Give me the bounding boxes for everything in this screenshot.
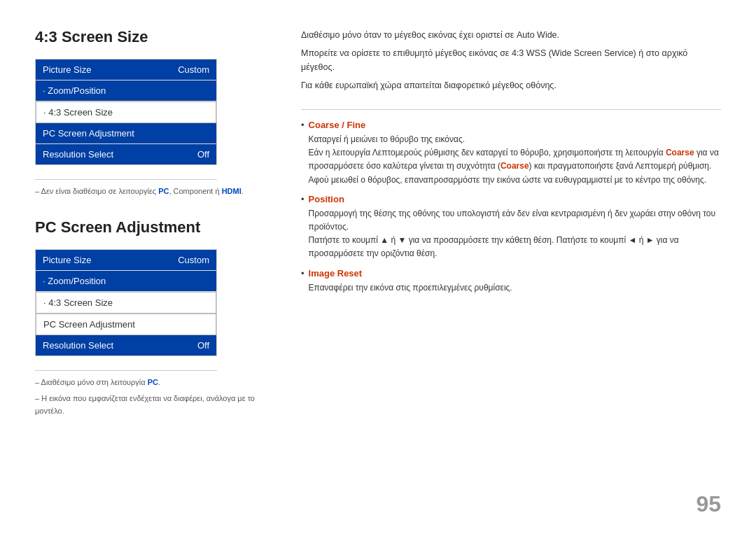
menu-item-picture-size-2[interactable]: Picture Size Custom [36, 250, 216, 271]
bullet-content-image-reset: Image Reset Επαναφέρει την εικόνα στις π… [309, 268, 721, 295]
divider-2 [35, 370, 217, 371]
menu-label: · Zoom/Position [43, 85, 106, 96]
inline-coarse-2: Coarse [500, 161, 529, 171]
menu-item-zoom-position-2[interactable]: · Zoom/Position [36, 271, 216, 292]
right-section-43: Διαθέσιμο μόνο όταν το μέγεθος εικόνας έ… [301, 28, 721, 92]
menu-label: Resolution Select [43, 149, 113, 160]
right-section-pc: • Coarse / Fine Καταργεί ή μειώνει το θό… [301, 120, 721, 295]
bullet-body-coarse-1: Καταργεί ή μειώνει το θόρυβο της εικόνας… [309, 133, 721, 146]
bullet-title-coarse: Coarse / Fine [309, 120, 721, 130]
note-2b: – Η εικόνα που εμφανίζεται ενδέχεται να … [35, 393, 273, 417]
menu-item-pc-adjustment-1[interactable]: PC Screen Adjustment [36, 123, 216, 144]
section-43-screen-size: 4:3 Screen Size Picture Size Custom · Zo… [35, 28, 273, 197]
divider-1 [35, 179, 217, 180]
divider-right-1 [301, 109, 721, 110]
menu-value: Custom [178, 64, 209, 75]
menu-box-1: Picture Size Custom · Zoom/Position · 4:… [35, 59, 217, 165]
note-1: – Δεν είναι διαθέσιμο σε λειτουργίες PC,… [35, 185, 273, 197]
bullet-body-coarse-2: Εάν η λειτουργία Λεπτομερούς ρύθμισης δε… [309, 146, 721, 187]
menu-label: · Zoom/Position [43, 276, 106, 286]
menu-item-resolution-select-2[interactable]: Resolution Select Off [36, 335, 216, 356]
right-column: Διαθέσιμο μόνο όταν το μέγεθος εικόνας έ… [301, 28, 721, 513]
menu-label: PC Screen Adjustment [43, 128, 134, 139]
bullet-body-position-1: Προσαρμογή της θέσης της οθόνης του υπολ… [309, 207, 721, 234]
right-text-line3: Για κάθε ευρωπαϊκή χώρα απαιτείται διαφο… [301, 78, 721, 92]
bullet-title-image-reset: Image Reset [309, 268, 721, 279]
menu-label: PC Screen Adjustment [43, 319, 135, 330]
bullet-dot-1: • [301, 120, 304, 187]
bullet-title-position: Position [309, 194, 721, 204]
menu-label: · 4:3 Screen Size [43, 107, 113, 118]
menu-label: Picture Size [43, 64, 91, 75]
section-pc-screen-adjustment: PC Screen Adjustment Picture Size Custom… [35, 218, 273, 418]
menu-item-43-screen-size-2[interactable]: · 4:3 Screen Size [36, 292, 216, 314]
menu-value: Custom [178, 255, 209, 265]
bullet-position: • Position Προσαρμογή της θέσης της οθόν… [301, 194, 721, 261]
bullet-content-coarse: Coarse / Fine Καταργεί ή μειώνει το θόρυ… [309, 120, 721, 187]
bullet-coarse-fine: • Coarse / Fine Καταργεί ή μειώνει το θό… [301, 120, 721, 187]
menu-value: Off [197, 149, 209, 160]
bullet-body-image-reset: Επαναφέρει την εικόνα στις προεπιλεγμένε… [309, 281, 721, 295]
bullet-dot-2: • [301, 194, 304, 261]
right-text-line2: Μπορείτε να ορίσετε το επιθυμητό μέγεθος… [301, 46, 721, 74]
menu-value: Off [197, 340, 209, 351]
bullet-dot-3: • [301, 268, 304, 295]
bullet-content-position: Position Προσαρμογή της θέσης της οθόνης… [309, 194, 721, 261]
inline-coarse: Coarse [666, 148, 694, 157]
menu-item-zoom-position-1[interactable]: · Zoom/Position [36, 80, 216, 101]
page-number: 95 [696, 491, 721, 517]
section1-title: 4:3 Screen Size [35, 28, 273, 46]
section2-title: PC Screen Adjustment [35, 218, 273, 237]
menu-item-picture-size-1[interactable]: Picture Size Custom [36, 59, 216, 80]
bullet-body-position-2: Πατήστε το κουμπί ▲ ή ▼ για να προσαρμόσ… [309, 234, 721, 260]
menu-item-resolution-select-1[interactable]: Resolution Select Off [36, 144, 216, 164]
note-2a: – Διαθέσιμο μόνο στη λειτουργία PC. [35, 377, 273, 389]
left-column: 4:3 Screen Size Picture Size Custom · Zo… [35, 28, 273, 513]
menu-item-43-screen-size-1[interactable]: · 4:3 Screen Size [36, 101, 216, 123]
menu-label: Picture Size [43, 255, 91, 265]
right-text-line1: Διαθέσιμο μόνο όταν το μέγεθος εικόνας έ… [301, 28, 721, 42]
menu-label: Resolution Select [43, 340, 113, 351]
menu-box-2: Picture Size Custom · Zoom/Position · 4:… [35, 249, 217, 356]
menu-label: · 4:3 Screen Size [43, 297, 113, 308]
menu-item-pc-adjustment-2[interactable]: PC Screen Adjustment [36, 314, 216, 335]
bullet-image-reset: • Image Reset Επαναφέρει την εικόνα στις… [301, 268, 721, 295]
